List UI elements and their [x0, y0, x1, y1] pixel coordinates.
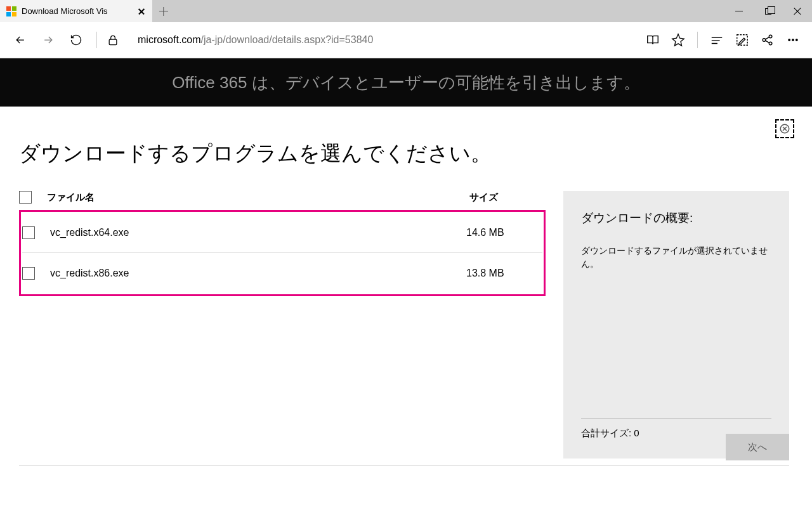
select-all-checkbox[interactable] [19, 191, 32, 204]
file-name: vc_redist.x86.exe [50, 268, 466, 279]
address-bar[interactable]: microsoft.com/ja-jp/download/details.asp… [122, 34, 640, 46]
next-button[interactable]: 次へ [726, 434, 789, 460]
promo-banner: Office 365 は、デバイスとユーザーの可能性を引き出します。 [0, 58, 812, 107]
book-icon [646, 33, 660, 47]
plus-icon [159, 7, 168, 16]
svg-point-4 [789, 39, 790, 41]
files-table: ファイル名 サイズ vc_redist.x64.exe 14.6 MB vc_r… [19, 191, 546, 296]
hub-button[interactable] [704, 27, 730, 53]
column-header-size: サイズ [469, 192, 546, 204]
maximize-button[interactable] [754, 0, 783, 22]
file-name: vc_redist.x64.exe [50, 227, 466, 238]
forward-button[interactable] [34, 26, 62, 54]
favorites-button[interactable] [665, 27, 691, 53]
column-header-filename: ファイル名 [47, 192, 469, 204]
svg-point-6 [796, 39, 798, 41]
toolbar-divider [96, 32, 97, 48]
browser-toolbar: microsoft.com/ja-jp/download/details.asp… [0, 22, 812, 58]
summary-panel: ダウンロードの概要: ダウンロードするファイルが選択されていません。 合計サイズ… [563, 191, 789, 459]
address-path: /ja-jp/download/details.aspx?id=53840 [201, 34, 374, 45]
browser-tab-title: Download Microsoft Vis [22, 6, 132, 16]
arrow-right-icon [42, 34, 55, 46]
svg-point-2 [769, 35, 772, 38]
table-header-row: ファイル名 サイズ [19, 191, 546, 210]
browser-tab[interactable]: Download Microsoft Vis [0, 0, 152, 22]
pen-select-icon [735, 33, 749, 47]
svg-point-1 [763, 39, 766, 42]
reading-view-button[interactable] [640, 27, 665, 53]
close-icon [794, 8, 801, 15]
table-row[interactable]: vc_redist.x64.exe 14.6 MB [22, 213, 542, 253]
star-icon [671, 33, 685, 47]
page-title: ダウンロードするプログラムを選んでください。 [19, 140, 789, 168]
next-button-label: 次へ [748, 441, 767, 453]
file-size: 13.8 MB [466, 268, 542, 279]
share-button[interactable] [755, 27, 780, 53]
table-row[interactable]: vc_redist.x86.exe 13.8 MB [22, 253, 542, 293]
file-checkbox[interactable] [22, 226, 35, 239]
refresh-icon [70, 34, 82, 46]
back-button[interactable] [6, 26, 34, 54]
banner-text: Office 365 は、デバイスとユーザーの可能性を引き出します。 [172, 72, 639, 94]
lines-icon [710, 33, 724, 47]
microsoft-logo-icon [6, 6, 16, 16]
new-tab-button[interactable] [152, 0, 174, 22]
window-titlebar: Download Microsoft Vis [0, 0, 812, 22]
lock-icon [107, 34, 119, 46]
address-host: microsoft.com [138, 34, 201, 45]
svg-point-5 [792, 39, 794, 41]
minimize-button[interactable] [724, 0, 754, 22]
summary-title: ダウンロードの概要: [581, 210, 771, 226]
svg-point-3 [769, 42, 772, 45]
refresh-button[interactable] [62, 26, 90, 54]
dots-icon [787, 34, 799, 46]
annotation-highlight: vc_redist.x64.exe 14.6 MB vc_redist.x86.… [19, 210, 546, 296]
close-tab-icon[interactable] [137, 7, 146, 16]
content-divider [19, 465, 789, 465]
minimize-icon [735, 11, 743, 12]
maximize-icon [765, 8, 771, 15]
close-icon [779, 123, 790, 134]
file-size: 14.6 MB [466, 227, 542, 238]
notes-button[interactable] [730, 27, 755, 53]
file-checkbox[interactable] [22, 267, 35, 280]
summary-empty-text: ダウンロードするファイルが選択されていません。 [581, 244, 771, 271]
svg-rect-0 [109, 39, 117, 44]
close-dialog-button[interactable] [775, 119, 794, 138]
close-window-button[interactable] [783, 0, 812, 22]
more-button[interactable] [780, 27, 806, 53]
site-info-button[interactable] [103, 26, 122, 54]
window-controls [724, 0, 812, 22]
share-icon [761, 33, 775, 47]
toolbar-divider [697, 32, 698, 48]
arrow-left-icon [14, 34, 27, 46]
